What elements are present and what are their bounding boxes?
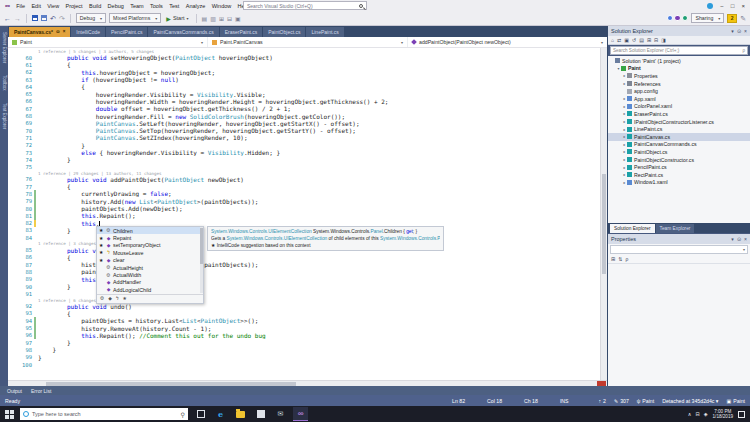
completion-item[interactable]: ⚙ActualWidth <box>97 271 203 278</box>
tree-item-references[interactable]: ▸References <box>608 80 750 88</box>
project-dropdown[interactable]: Paint▾ <box>8 37 208 47</box>
scrollbar-thumb[interactable] <box>46 382 296 386</box>
solution-explorer-toolbar-icon[interactable]: ⊞ <box>647 37 651 43</box>
menu-edit[interactable]: Edit <box>28 3 44 9</box>
file-explorer-icon[interactable] <box>233 407 248 421</box>
live-share-avatar[interactable] <box>682 15 689 22</box>
tool-window-tab-toolbox[interactable]: Toolbox <box>2 75 7 91</box>
tree-item-paintobjectconstructor-cs[interactable]: ▸PaintObjectConstructor.cs <box>608 156 750 164</box>
tree-item-solution-paint-1-project-[interactable]: Solution 'Paint' (1 project) <box>608 57 750 65</box>
menu-test[interactable]: Test <box>166 3 182 9</box>
solution-explorer-toolbar-icon[interactable]: ▤ <box>639 37 644 43</box>
live-share-avatar[interactable] <box>674 15 681 22</box>
tree-item-paintcanvascommands-cs[interactable]: ▸PaintCanvasCommands.cs <box>608 141 750 149</box>
taskbar-search-input[interactable]: Type here to search ⚲ <box>20 408 188 420</box>
bottom-tab-output[interactable]: Output <box>7 388 22 394</box>
code-line[interactable]: 81 this.Repaint(); <box>8 212 600 219</box>
code-line[interactable]: 63 if (hoveringObject != null) <box>8 76 600 83</box>
menu-file[interactable]: File <box>13 3 28 9</box>
edge-browser-icon[interactable]: e <box>213 407 228 421</box>
document-tab[interactable]: IntelliCode <box>71 27 105 37</box>
tree-item-app-xaml[interactable]: ▸App.xaml <box>608 95 750 103</box>
undo-icon[interactable]: ↶ <box>50 15 56 22</box>
editor-horizontal-scrollbar[interactable] <box>8 380 607 386</box>
code-line[interactable]: 99} <box>8 354 600 361</box>
toolbar-icon[interactable]: ▤ <box>202 15 208 22</box>
completion-item[interactable]: ⚙ActualHeight <box>97 264 203 271</box>
tree-item-window1-xaml[interactable]: ▸Window1.xaml <box>608 179 750 187</box>
toolbar-icon[interactable]: ▣ <box>235 15 241 22</box>
tree-item-paint[interactable]: ▾Paint <box>608 65 750 73</box>
completion-item[interactable]: ◆AddLogicalChild <box>97 286 203 293</box>
completion-item[interactable]: ★◆setTemporaryObject <box>97 242 203 249</box>
type-dropdown[interactable]: Paint.PaintCanvas▾ <box>208 37 408 47</box>
panel-tab-solution-explorer[interactable]: Solution Explorer <box>610 224 655 233</box>
properties-object-dropdown[interactable]: ▾ <box>610 245 748 254</box>
tree-item-app-config[interactable]: app.config <box>608 87 750 95</box>
popup-scrollbar[interactable] <box>200 227 203 293</box>
completion-item[interactable]: ★⚙Children <box>97 227 203 234</box>
tree-item-paintcanvas-cs[interactable]: ▸PaintCanvas.cs <box>608 133 750 141</box>
task-view-button[interactable] <box>193 407 208 421</box>
scrollbar-thumb[interactable] <box>602 174 606 274</box>
status-git-field[interactable]: ✎307 <box>614 398 629 404</box>
tray-icons[interactable]: ∧⊟◈ <box>688 411 708 417</box>
menu-tools[interactable]: Tools <box>147 3 166 9</box>
navigate-forward-icon[interactable]: → <box>14 15 21 22</box>
properties-toolbar-icon[interactable]: ρ <box>625 256 628 262</box>
tree-item-eraserpaint-cs[interactable]: ▸EraserPaint.cs <box>608 110 750 118</box>
code-line[interactable]: 100 <box>8 361 600 368</box>
code-line[interactable]: 92 public void undo() <box>8 303 600 310</box>
tree-item-pencilpaint-cs[interactable]: ▸PencilPaint.cs <box>608 163 750 171</box>
menu-debug[interactable]: Debug <box>104 3 127 9</box>
code-line[interactable]: 78 currentlyDrawing = false; <box>8 190 600 197</box>
solution-explorer-toolbar-icon[interactable]: ▣ <box>624 37 629 43</box>
code-line[interactable]: 69 PaintCanvas.SetLeft(hoveringRender, h… <box>8 120 600 127</box>
document-tab[interactable]: PaintCanvasCommands.cs <box>148 27 218 37</box>
intellisense-popup[interactable]: ★⚙Children★◆Repaint★◆setTemporaryObject★… <box>96 226 204 304</box>
document-tab[interactable]: PencilPaint.cs <box>106 27 147 37</box>
document-tab[interactable]: LinePaint.cs <box>306 27 343 37</box>
code-line[interactable]: 71 PaintCanvas.SetZIndex(hoveringRender,… <box>8 134 600 141</box>
menu-team[interactable]: Team <box>127 3 147 9</box>
solution-explorer-toolbar-icon[interactable]: ↺ <box>632 37 636 43</box>
code-line[interactable]: 98 } <box>8 346 600 353</box>
code-line[interactable]: 61 { <box>8 61 600 68</box>
code-line[interactable]: 67 double offset = hoveringObject.getThi… <box>8 105 600 112</box>
status-git-field[interactable]: ▣Paint <box>726 398 745 404</box>
status-git-field[interactable]: Detached at 345d2d4c ▾ <box>662 398 718 404</box>
code-line[interactable]: 94 paintObjects = history.Last<List<Pain… <box>8 317 600 324</box>
code-line[interactable]: 80 paintObjects.Add(newObject); <box>8 205 600 212</box>
code-line[interactable]: 96 this.Repaint(); //Comment this out fo… <box>8 332 600 339</box>
save-all-icon[interactable] <box>41 15 47 21</box>
microsoft-store-icon[interactable] <box>253 407 268 421</box>
code-line[interactable]: 93 { <box>8 310 600 317</box>
code-line[interactable]: 73 else { hoveringRender.Visibility = Vi… <box>8 149 600 156</box>
completion-item[interactable]: ★◆Repaint <box>97 234 203 241</box>
solution-configuration-dropdown[interactable]: Debug▾ <box>76 13 106 23</box>
live-share-participants-badge[interactable]: 2 <box>727 14 737 23</box>
document-tab[interactable]: PaintCanvas.cs*⊙× <box>9 27 70 37</box>
code-line[interactable]: 64 { <box>8 83 600 90</box>
code-line[interactable]: 65 hoveringRender.Visibility = Visibilit… <box>8 90 600 97</box>
live-share-avatar[interactable] <box>667 15 674 22</box>
microphone-icon[interactable]: ⚲ <box>181 411 185 418</box>
solution-platform-dropdown[interactable]: Mixed Platforms▾ <box>109 13 161 23</box>
panel-close-icon[interactable]: × <box>744 236 747 242</box>
solution-explorer-toolbar-icon[interactable]: ⊟ <box>654 37 658 43</box>
menu-window[interactable]: Window <box>208 3 234 9</box>
document-tab[interactable]: EraserPaint.cs <box>220 27 263 37</box>
action-center-icon[interactable] <box>738 411 745 418</box>
tree-item-rectpaint-cs[interactable]: ▸RectPaint.cs <box>608 171 750 179</box>
menu-analyze[interactable]: Analyze <box>183 3 209 9</box>
code-line[interactable]: 68 hoveringRender.Fill = new SolidColorB… <box>8 112 600 119</box>
tool-window-tab-server-explorer[interactable]: Server Explorer <box>2 32 7 63</box>
tree-item-colorpanel-xaml[interactable]: ▸ColorPanel.xaml <box>608 103 750 111</box>
document-tab[interactable]: PaintObject.cs <box>263 27 305 37</box>
code-line[interactable]: 77 { <box>8 183 600 190</box>
completion-item[interactable]: ◆AddHandler <box>97 279 203 286</box>
quick-launch-search-input[interactable]: Search Visual Studio (Ctrl+Q) <box>243 1 367 10</box>
code-line[interactable]: 75 <box>8 163 600 170</box>
code-line[interactable]: 79 history.Add(new List<PaintObject>(pai… <box>8 198 600 205</box>
editor-vertical-scrollbar[interactable] <box>600 48 607 380</box>
